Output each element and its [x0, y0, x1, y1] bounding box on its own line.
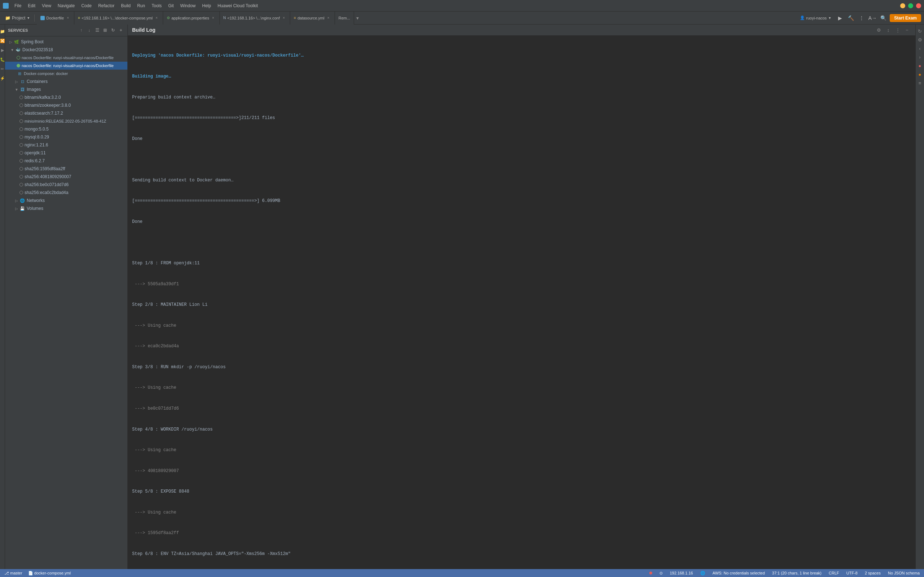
maximize-button[interactable]: □ — [908, 3, 913, 8]
nacos-dockerfile-selected-status — [16, 64, 20, 68]
menu-help[interactable]: Help — [199, 3, 214, 9]
tree-item-kafka[interactable]: bitnami/kafka:3.2.0 — [5, 93, 128, 102]
tab-nginx-conf-close[interactable]: × — [281, 16, 286, 21]
right-warning-icon[interactable]: ● — [916, 71, 924, 78]
start-exam-button[interactable]: Start Exam — [890, 14, 921, 22]
tree-item-mongo[interactable]: mongo:5.0.5 — [5, 125, 128, 133]
tab-docker-compose-close[interactable]: × — [154, 16, 159, 21]
status-line-ending[interactable]: CRLF — [827, 571, 841, 575]
right-chevron-left-icon[interactable]: ‹ — [916, 45, 924, 52]
tree-item-zookeeper[interactable]: bitnami/zookeeper:3.8.0 — [5, 102, 128, 109]
menu-edit[interactable]: Edit — [25, 3, 38, 9]
right-error-icon[interactable]: ● — [916, 62, 924, 69]
tree-item-nacos-dockerfile-selected[interactable]: nacos Dockerfile: ruoyi-visual/ruoyi-nac… — [5, 62, 128, 69]
status-aws[interactable]: AWS: No credentials selected — [711, 571, 766, 575]
mongo-label: mongo:5.0.5 — [24, 127, 126, 132]
right-refresh-icon[interactable]: ↻ — [916, 27, 924, 35]
tree-item-sha4[interactable]: sha256:eca0c2bdad4a — [5, 189, 128, 197]
log-more-button[interactable]: ⋮ — [894, 26, 901, 34]
status-browser[interactable]: 🌐 — [699, 571, 707, 575]
build-log-content[interactable]: Deploying 'nacos Dockerfile: ruoyi-visua… — [128, 36, 915, 569]
services-refresh-button[interactable]: ↻ — [109, 27, 116, 34]
right-settings-icon[interactable]: ⚙ — [916, 36, 924, 43]
menu-view[interactable]: View — [39, 3, 54, 9]
tree-item-sha2[interactable]: sha256:4081809290007 — [5, 173, 128, 181]
tree-item-volumes[interactable]: ▷ 💾 Volumes — [5, 205, 128, 213]
user-switcher[interactable]: 👤 ruoyi-nacos ▼ — [798, 15, 834, 21]
log-line-4: [=======================================… — [132, 115, 911, 121]
services-up-button[interactable]: ↑ — [78, 27, 85, 34]
search-everywhere-button[interactable]: 🔍 — [879, 14, 888, 23]
services-filter-button[interactable]: ☰ — [94, 27, 101, 34]
tree-item-minio[interactable]: minio/minio:RELEASE.2022-05-26T05-48-41Z — [5, 117, 128, 125]
menu-code[interactable]: Code — [78, 3, 95, 9]
networks-arrow: ▷ — [14, 198, 19, 203]
menu-build[interactable]: Build — [118, 3, 134, 9]
tab-dockerfile-close[interactable]: × — [65, 16, 70, 21]
kafka-label: bitnami/kafka:3.2.0 — [24, 95, 126, 100]
menu-navigate[interactable]: Navigate — [55, 3, 78, 9]
services-down-button[interactable]: ↓ — [86, 27, 93, 34]
tab-docker-compose[interactable]: ≡ <192.168.1.16> \...\docker-compose.yml… — [74, 11, 163, 24]
menu-window[interactable]: Window — [177, 3, 199, 9]
tree-item-docker2023518[interactable]: ▼ 🐳 Docker2023518 — [5, 46, 128, 54]
status-file[interactable]: 📄 docker-compose.yml — [27, 571, 72, 575]
status-wifi[interactable]: ⊙ — [658, 571, 664, 575]
menu-tools[interactable]: Tools — [149, 3, 165, 9]
more-tabs-button[interactable]: ▾ — [354, 15, 361, 21]
tree-item-docker-compose[interactable]: ⊞ Docker-compose: docker — [5, 69, 128, 77]
tree-item-sha3[interactable]: sha256:be0c071dd7d6 — [5, 181, 128, 189]
status-ip[interactable]: 192.168.1.16 — [669, 571, 695, 575]
tree-item-openjdk[interactable]: openjdk:11 — [5, 149, 128, 157]
menu-refactor[interactable]: Refactor — [95, 3, 117, 9]
menu-run[interactable]: Run — [134, 3, 148, 9]
log-settings-button[interactable]: ⚙ — [875, 26, 883, 34]
tab-remote-label: Rem... — [339, 16, 350, 20]
tab-datasource[interactable]: ≡ datasource.yml × — [290, 11, 334, 24]
menu-git[interactable]: Git — [165, 3, 176, 9]
minimize-button[interactable]: − — [900, 3, 905, 8]
build-button[interactable]: 🔨 — [846, 14, 855, 23]
more-options-button[interactable]: ⋮ — [857, 14, 866, 23]
tab-remote[interactable]: Rem... — [335, 11, 354, 24]
right-chevron-right-icon[interactable]: › — [916, 53, 924, 61]
tree-item-nginx[interactable]: nginx:1.21.6 — [5, 141, 128, 149]
tab-nginx-conf[interactable]: N <192.168.1.16> \...\nginx.conf × — [220, 11, 291, 24]
services-group-button[interactable]: ⊞ — [102, 27, 109, 34]
tree-item-mysql[interactable]: mysql:8.0.29 — [5, 133, 128, 141]
status-encoding[interactable]: UTF-8 — [845, 571, 859, 575]
tab-datasource-close[interactable]: × — [326, 16, 331, 21]
status-indent[interactable]: 2 spaces — [863, 571, 882, 575]
log-line-5: Done — [132, 135, 911, 142]
menu-file[interactable]: File — [11, 3, 24, 9]
run-button[interactable]: ▶ — [835, 14, 844, 23]
nginx-status — [19, 143, 23, 147]
menu-huawei[interactable]: Huawei Cloud Toolkit — [215, 3, 261, 9]
log-filter-button[interactable]: ↕ — [884, 26, 892, 34]
tab-app-properties-close[interactable]: × — [211, 16, 216, 21]
close-button[interactable]: × — [916, 3, 921, 8]
tree-item-networks[interactable]: ▷ 🌐 Networks — [5, 197, 128, 205]
tree-item-elasticsearch[interactable]: elasticsearch:7.17.2 — [5, 109, 128, 117]
minio-status — [19, 119, 23, 123]
translate-button[interactable]: A→ — [868, 14, 877, 23]
log-minimize-button[interactable]: − — [903, 26, 911, 34]
sha2-label: sha256:4081809290007 — [24, 174, 126, 179]
tree-item-sha1[interactable]: sha256:1595df8aa2ff — [5, 165, 128, 173]
sha3-status — [19, 183, 23, 187]
tree-item-spring-boot[interactable]: ▷ 🌿 Spring Boot — [5, 38, 128, 46]
right-list-icon[interactable]: ≡ — [916, 79, 924, 87]
tab-dockerfile[interactable]: Dockerfile × — [37, 11, 74, 24]
project-switcher[interactable]: 📁 Project ▼ — [3, 15, 32, 22]
tree-item-containers[interactable]: ▷ ⊡ Containers — [5, 77, 128, 85]
status-schema[interactable]: No JSON schema — [887, 571, 921, 575]
status-branch[interactable]: ⎇ master — [3, 571, 24, 575]
services-add-button[interactable]: + — [117, 27, 124, 34]
tab-app-properties[interactable]: ⚙ application.properties × — [163, 11, 220, 24]
folder-icon: 📁 — [5, 16, 10, 21]
status-position[interactable]: 37:1 (20 chars, 1 line break) — [771, 571, 823, 575]
tree-item-nacos-dockerfile-check[interactable]: nacos Dockerfile: ruoyi-visual/ruoyi-nac… — [5, 54, 128, 62]
tree-item-redis[interactable]: redis:6.2.7 — [5, 157, 128, 165]
tree-item-images[interactable]: ▼ 🖼 Images — [5, 85, 128, 93]
status-red-dot[interactable] — [648, 572, 654, 574]
